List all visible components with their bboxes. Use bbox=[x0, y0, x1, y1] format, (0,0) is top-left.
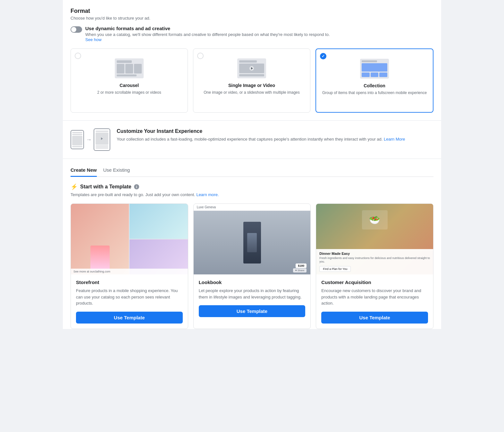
ie-desc-text: Your collection ad includes a fast-loadi… bbox=[117, 137, 382, 142]
collection-icon bbox=[360, 59, 389, 79]
template-learn-more-link[interactable]: Learn more. bbox=[196, 192, 219, 197]
storefront-title: Storefront bbox=[76, 280, 183, 285]
storefront-bottom-bar: See more at ourclathing.com bbox=[71, 269, 188, 274]
format-card-carousel[interactable]: Carousel 2 or more scrollable images or … bbox=[71, 48, 188, 113]
ie-phones-icon: → bbox=[71, 128, 110, 151]
toggle-label: Use dynamic formats and ad creative bbox=[85, 26, 330, 31]
tabs-row: Create New Use Existing bbox=[71, 164, 433, 177]
see-how-link[interactable]: See how bbox=[85, 37, 102, 42]
ca-overlay: Dinner Made Easy Fresh ingredients and e… bbox=[316, 249, 433, 274]
template-sub-text: Templates are pre-built and ready to go.… bbox=[71, 192, 195, 197]
format-cards-container: Carousel 2 or more scrollable images or … bbox=[71, 48, 433, 113]
dynamic-format-toggle-row: Use dynamic formats and ad creative When… bbox=[71, 26, 433, 42]
template-card-storefront: See more at ourclathing.com Storefront F… bbox=[71, 203, 188, 329]
collection-desc: Group of items that opens into a fullscr… bbox=[322, 90, 427, 96]
single-icon bbox=[237, 58, 266, 78]
lookbook-body: Lookbook Let people explore your product… bbox=[194, 274, 311, 322]
collection-title: Collection bbox=[364, 83, 385, 88]
carousel-icon bbox=[115, 58, 144, 78]
customer-acquisition-use-template-button[interactable]: Use Template bbox=[321, 312, 428, 324]
ie-title: Customize Your Instant Experience bbox=[117, 128, 405, 134]
customer-acquisition-body: Customer Acquisition Encourage new custo… bbox=[316, 274, 433, 329]
toggle-description: When you use a catalog, we'll show diffe… bbox=[85, 32, 330, 37]
lookbook-price-tag: $180 bbox=[296, 264, 307, 268]
storefront-desc: Feature products in a mobile shopping ex… bbox=[76, 288, 183, 307]
storefront-body: Storefront Feature products in a mobile … bbox=[71, 274, 188, 329]
storefront-image: See more at ourclathing.com bbox=[71, 204, 188, 274]
template-subtext: Templates are pre-built and ready to go.… bbox=[71, 192, 433, 197]
format-section: Format Choose how you'd like to structur… bbox=[71, 8, 433, 113]
customer-acquisition-image: 🥗 Dinner Made Easy Fresh ingredients and… bbox=[316, 204, 433, 274]
format-title: Format bbox=[71, 8, 433, 14]
template-cards-container: See more at ourclathing.com Storefront F… bbox=[71, 203, 433, 329]
single-desc: One image or video, or a slideshow with … bbox=[204, 90, 299, 95]
single-radio bbox=[197, 53, 204, 59]
ca-overlay-btn: Find a Plan for You bbox=[319, 266, 351, 272]
carousel-title: Carousel bbox=[120, 83, 139, 88]
ca-title: Customer Acquisition bbox=[321, 280, 428, 285]
template-card-customer-acquisition: 🥗 Dinner Made Easy Fresh ingredients and… bbox=[316, 203, 433, 329]
format-card-single[interactable]: Single Image or Video One image or video… bbox=[193, 48, 310, 113]
ca-desc: Encourage new customers to discover your… bbox=[321, 288, 428, 307]
info-icon[interactable]: i bbox=[134, 184, 139, 189]
arrow-icon: → bbox=[86, 136, 92, 143]
lookbook-title: Lookbook bbox=[199, 280, 306, 285]
instant-experience-text: Customize Your Instant Experience Your c… bbox=[117, 128, 405, 143]
format-card-collection[interactable]: Collection Group of items that opens int… bbox=[315, 48, 433, 113]
tabs-section: Create New Use Existing ⚡ Start with a T… bbox=[71, 159, 433, 329]
bolt-icon: ⚡ bbox=[71, 183, 78, 190]
ie-description: Your collection ad includes a fast-loadi… bbox=[117, 136, 405, 143]
lookbook-share-tag: ♥ Share bbox=[293, 268, 307, 272]
template-heading-text: Start with a Template bbox=[80, 184, 131, 190]
lookbook-top-bar: Luxe Geneva bbox=[194, 204, 311, 211]
template-card-lookbook: Luxe Geneva $180 ♥ Share Lookbook Let bbox=[193, 203, 311, 329]
format-subtitle: Choose how you'd like to structure your … bbox=[71, 16, 433, 21]
phone-small-icon bbox=[71, 130, 84, 149]
lookbook-use-template-button[interactable]: Use Template bbox=[199, 305, 306, 317]
single-title: Single Image or Video bbox=[228, 83, 275, 88]
phone-big-icon bbox=[94, 128, 110, 151]
storefront-use-template-button[interactable]: Use Template bbox=[76, 312, 183, 324]
ca-overlay-desc: Fresh ingredients and easy instructions … bbox=[319, 256, 430, 264]
toggle-text-group: Use dynamic formats and ad creative When… bbox=[85, 26, 330, 42]
tab-use-existing[interactable]: Use Existing bbox=[103, 164, 130, 177]
collection-radio bbox=[320, 53, 326, 59]
instant-experience-section: → Customize Your Instant Experience Your… bbox=[71, 121, 433, 159]
lookbook-desc: Let people explore your products in acti… bbox=[199, 288, 306, 300]
ca-overlay-title: Dinner Made Easy bbox=[319, 252, 430, 255]
template-heading: ⚡ Start with a Template i bbox=[71, 183, 433, 190]
carousel-radio bbox=[75, 53, 81, 59]
lookbook-image: Luxe Geneva $180 ♥ Share bbox=[194, 204, 311, 274]
carousel-desc: 2 or more scrollable images or videos bbox=[97, 90, 161, 95]
tab-create-new[interactable]: Create New bbox=[71, 164, 97, 177]
dynamic-format-toggle[interactable] bbox=[71, 26, 82, 33]
ie-learn-more-link[interactable]: Learn More bbox=[384, 137, 405, 142]
